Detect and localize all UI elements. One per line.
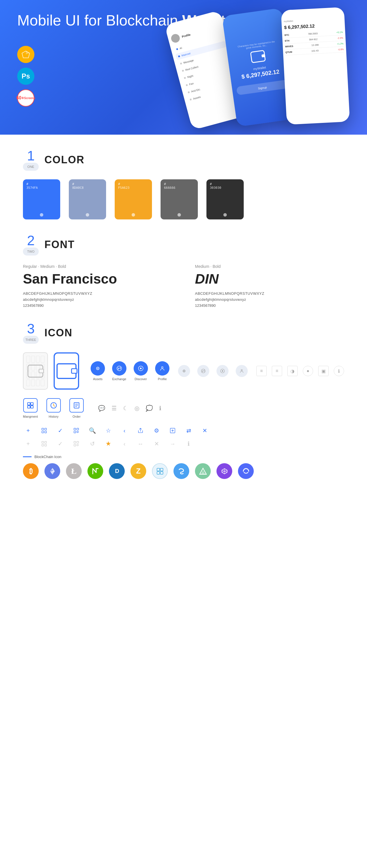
svg-rect-24 — [74, 428, 76, 430]
font-section-header: 2 TWO FONT — [23, 234, 344, 255]
color-swatches: #3574FA #8DA0C8 #F5A623 #666666 #303030 — [23, 179, 344, 219]
swatch-slate: #8DA0C8 — [69, 179, 106, 219]
svg-rect-34 — [77, 441, 79, 443]
svg-point-3 — [97, 368, 98, 369]
crypto-ethereum — [45, 463, 60, 479]
blockchain-line — [23, 456, 32, 457]
icon-arrows-gray: ↔ — [135, 439, 146, 449]
phones-container: Profile AI Mainnet Message Red Collect — [172, 6, 367, 135]
svg-rect-25 — [77, 428, 79, 430]
icon-share — [135, 425, 146, 436]
icon-check-gray: ✓ — [55, 439, 65, 449]
svg-point-4 — [117, 366, 122, 371]
crypto-litecoin: Ł — [66, 463, 82, 479]
icon-arrow-right-gray: → — [167, 439, 178, 449]
icon-star-gray: ★ — [103, 439, 114, 449]
crypto-grid — [152, 463, 168, 479]
icon-bottom-nav: Mangment History Order 💬 ☰ ☾ ◎ 💭 — [23, 398, 344, 418]
blockchain-label-row: BlockChain Icon — [23, 455, 344, 459]
svg-rect-16 — [31, 402, 33, 405]
screens-badge: 60+ Screens — [17, 89, 34, 106]
svg-point-7 — [162, 367, 163, 368]
swatch-blue: #3574FA — [23, 179, 60, 219]
svg-rect-43 — [157, 468, 160, 471]
icon-display: Assets Exchange Discover — [23, 352, 344, 479]
svg-rect-45 — [157, 471, 160, 474]
nav-icon-assets: Assets — [91, 361, 105, 381]
svg-rect-23 — [45, 431, 47, 433]
icon-plus-gray: + — [23, 439, 33, 449]
svg-rect-17 — [31, 406, 33, 408]
crypto-dash: D — [109, 463, 125, 479]
icon-history: History — [47, 398, 61, 418]
svg-point-12 — [222, 370, 223, 372]
svg-marker-38 — [50, 468, 52, 471]
icon-export — [167, 425, 178, 436]
icon-message-dots: 💭 — [146, 405, 153, 412]
phone-right: myWallet $ 6,297,502.12 BTC 788-2003 +5.… — [281, 7, 350, 125]
crypto-bitcoin: ₿ — [23, 463, 39, 479]
font-din: Medium · Bold DIN ABCDEFGHIJKLMNOPQRSTUV… — [195, 264, 344, 308]
icon-info: ℹ — [159, 405, 162, 412]
icon-qr-gray — [71, 439, 81, 449]
section-number-3: 3 THREE — [23, 322, 39, 344]
crypto-matic — [217, 463, 232, 479]
swatch-orange: #F5A623 — [115, 179, 152, 219]
icon-star: ☆ — [103, 425, 114, 436]
small-icons-gray: + ✓ ↺ ★ ‹ ↔ ✕ → ℹ — [23, 439, 344, 449]
svg-rect-32 — [45, 444, 47, 446]
svg-rect-15 — [28, 406, 30, 408]
icon-order: Order — [69, 398, 84, 418]
svg-point-27 — [77, 431, 79, 433]
icon-stack: ☰ — [112, 405, 117, 412]
svg-rect-21 — [45, 428, 47, 430]
swatch-gray: #666666 — [161, 179, 198, 219]
nav-icon-profile: Profile — [155, 361, 169, 381]
icon-settings: ⚙ — [151, 425, 162, 436]
svg-rect-26 — [74, 431, 76, 433]
svg-point-6 — [140, 368, 142, 369]
crypto-band — [238, 463, 254, 479]
icon-grid-edit-gray — [39, 439, 49, 449]
icon-section-header: 3 THREE ICON — [23, 322, 344, 344]
ps-badge: Ps — [17, 68, 34, 85]
icon-refresh-gray: ↺ — [87, 439, 97, 449]
icon-close-x-gray: ✕ — [151, 439, 162, 449]
icon-qr — [71, 425, 81, 436]
nav-icon-discover: Discover — [134, 361, 148, 381]
crypto-icons: ₿ Ł D Z — [23, 463, 344, 479]
svg-rect-14 — [28, 402, 30, 405]
swatch-dark: #303030 — [206, 179, 244, 219]
icon-chevron-left: ‹ — [119, 425, 130, 436]
icon-chevron-left-gray: ‹ — [119, 439, 130, 449]
svg-rect-33 — [74, 441, 76, 443]
color-section-header: 1 ONE COLOR — [23, 149, 344, 171]
svg-rect-29 — [42, 441, 44, 443]
section-number-2: 2 TWO — [23, 234, 39, 255]
icon-swap: ⇄ — [184, 425, 194, 436]
small-icons-blue: + ✓ 🔍 ☆ ‹ ⚙ ⇄ ✕ — [23, 425, 344, 436]
hero-section: Mobile UI for Blockchain Wallet UI Kit P… — [0, 0, 367, 135]
crypto-steem — [173, 463, 189, 479]
icon-main-row: Assets Exchange Discover — [23, 352, 344, 390]
svg-rect-30 — [45, 441, 47, 443]
svg-rect-46 — [160, 471, 163, 474]
svg-rect-22 — [42, 431, 44, 433]
icon-check: ✓ — [55, 425, 65, 436]
svg-point-13 — [241, 370, 243, 371]
font-sf: Regular · Medium · Bold San Francisco AB… — [23, 264, 172, 308]
icon-plus: + — [23, 425, 33, 436]
crypto-ardr — [195, 463, 211, 479]
crypto-zcash: Z — [131, 463, 146, 479]
icon-management: Mangment — [23, 398, 38, 418]
nav-icon-exchange: Exchange — [112, 361, 126, 381]
icon-grid-edit — [39, 425, 49, 436]
icon-moon: ☾ — [123, 405, 128, 412]
crypto-neo — [87, 463, 103, 479]
svg-point-10 — [201, 369, 205, 373]
sketch-badge — [17, 46, 34, 63]
svg-rect-44 — [160, 468, 163, 471]
icon-wallet-blue — [54, 352, 79, 390]
svg-rect-35 — [74, 444, 76, 446]
icon-search: 🔍 — [87, 425, 97, 436]
